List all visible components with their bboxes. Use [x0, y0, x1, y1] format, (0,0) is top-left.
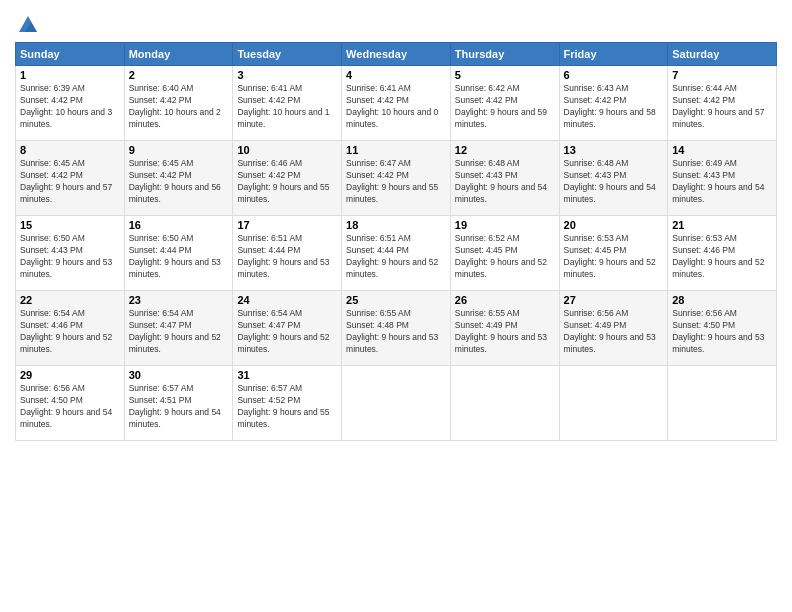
day-info: Sunrise: 6:56 AM Sunset: 4:49 PM Dayligh… [564, 308, 664, 356]
day-info: Sunrise: 6:55 AM Sunset: 4:49 PM Dayligh… [455, 308, 555, 356]
day-number: 15 [20, 219, 120, 231]
calendar-cell: 24 Sunrise: 6:54 AM Sunset: 4:47 PM Dayl… [233, 291, 342, 366]
calendar-cell: 2 Sunrise: 6:40 AM Sunset: 4:42 PM Dayli… [124, 66, 233, 141]
logo-icon [17, 14, 39, 36]
day-info: Sunrise: 6:48 AM Sunset: 4:43 PM Dayligh… [455, 158, 555, 206]
day-number: 30 [129, 369, 229, 381]
day-info: Sunrise: 6:47 AM Sunset: 4:42 PM Dayligh… [346, 158, 446, 206]
calendar-week-row: 8 Sunrise: 6:45 AM Sunset: 4:42 PM Dayli… [16, 141, 777, 216]
day-info: Sunrise: 6:56 AM Sunset: 4:50 PM Dayligh… [20, 383, 120, 431]
day-info: Sunrise: 6:54 AM Sunset: 4:47 PM Dayligh… [129, 308, 229, 356]
day-number: 3 [237, 69, 337, 81]
calendar-cell: 7 Sunrise: 6:44 AM Sunset: 4:42 PM Dayli… [668, 66, 777, 141]
header [15, 10, 777, 34]
day-number: 18 [346, 219, 446, 231]
calendar-cell: 22 Sunrise: 6:54 AM Sunset: 4:46 PM Dayl… [16, 291, 125, 366]
day-number: 16 [129, 219, 229, 231]
calendar-cell: 8 Sunrise: 6:45 AM Sunset: 4:42 PM Dayli… [16, 141, 125, 216]
calendar-cell: 15 Sunrise: 6:50 AM Sunset: 4:43 PM Dayl… [16, 216, 125, 291]
day-info: Sunrise: 6:41 AM Sunset: 4:42 PM Dayligh… [237, 83, 337, 131]
empty-cell [559, 366, 668, 441]
day-info: Sunrise: 6:45 AM Sunset: 4:42 PM Dayligh… [129, 158, 229, 206]
calendar-cell: 17 Sunrise: 6:51 AM Sunset: 4:44 PM Dayl… [233, 216, 342, 291]
calendar-week-row: 22 Sunrise: 6:54 AM Sunset: 4:46 PM Dayl… [16, 291, 777, 366]
day-number: 14 [672, 144, 772, 156]
calendar-cell: 16 Sunrise: 6:50 AM Sunset: 4:44 PM Dayl… [124, 216, 233, 291]
day-info: Sunrise: 6:53 AM Sunset: 4:46 PM Dayligh… [672, 233, 772, 281]
day-info: Sunrise: 6:39 AM Sunset: 4:42 PM Dayligh… [20, 83, 120, 131]
calendar-week-row: 15 Sunrise: 6:50 AM Sunset: 4:43 PM Dayl… [16, 216, 777, 291]
day-info: Sunrise: 6:43 AM Sunset: 4:42 PM Dayligh… [564, 83, 664, 131]
calendar-cell: 13 Sunrise: 6:48 AM Sunset: 4:43 PM Dayl… [559, 141, 668, 216]
day-number: 5 [455, 69, 555, 81]
day-number: 19 [455, 219, 555, 231]
day-info: Sunrise: 6:53 AM Sunset: 4:45 PM Dayligh… [564, 233, 664, 281]
day-info: Sunrise: 6:48 AM Sunset: 4:43 PM Dayligh… [564, 158, 664, 206]
calendar-cell: 10 Sunrise: 6:46 AM Sunset: 4:42 PM Dayl… [233, 141, 342, 216]
day-info: Sunrise: 6:50 AM Sunset: 4:44 PM Dayligh… [129, 233, 229, 281]
calendar-cell: 25 Sunrise: 6:55 AM Sunset: 4:48 PM Dayl… [342, 291, 451, 366]
weekday-header: Wednesday [342, 43, 451, 66]
day-number: 2 [129, 69, 229, 81]
weekday-header: Monday [124, 43, 233, 66]
weekday-header-row: SundayMondayTuesdayWednesdayThursdayFrid… [16, 43, 777, 66]
calendar-cell: 5 Sunrise: 6:42 AM Sunset: 4:42 PM Dayli… [450, 66, 559, 141]
calendar-week-row: 1 Sunrise: 6:39 AM Sunset: 4:42 PM Dayli… [16, 66, 777, 141]
weekday-header: Saturday [668, 43, 777, 66]
day-info: Sunrise: 6:49 AM Sunset: 4:43 PM Dayligh… [672, 158, 772, 206]
calendar-cell: 4 Sunrise: 6:41 AM Sunset: 4:42 PM Dayli… [342, 66, 451, 141]
day-number: 17 [237, 219, 337, 231]
day-number: 26 [455, 294, 555, 306]
day-info: Sunrise: 6:45 AM Sunset: 4:42 PM Dayligh… [20, 158, 120, 206]
calendar-cell: 1 Sunrise: 6:39 AM Sunset: 4:42 PM Dayli… [16, 66, 125, 141]
calendar-cell: 30 Sunrise: 6:57 AM Sunset: 4:51 PM Dayl… [124, 366, 233, 441]
day-number: 22 [20, 294, 120, 306]
day-number: 13 [564, 144, 664, 156]
empty-cell [342, 366, 451, 441]
day-number: 28 [672, 294, 772, 306]
calendar-cell: 27 Sunrise: 6:56 AM Sunset: 4:49 PM Dayl… [559, 291, 668, 366]
day-info: Sunrise: 6:51 AM Sunset: 4:44 PM Dayligh… [346, 233, 446, 281]
day-number: 9 [129, 144, 229, 156]
empty-cell [450, 366, 559, 441]
calendar-cell: 14 Sunrise: 6:49 AM Sunset: 4:43 PM Dayl… [668, 141, 777, 216]
calendar-cell: 9 Sunrise: 6:45 AM Sunset: 4:42 PM Dayli… [124, 141, 233, 216]
calendar-cell: 26 Sunrise: 6:55 AM Sunset: 4:49 PM Dayl… [450, 291, 559, 366]
day-number: 4 [346, 69, 446, 81]
day-number: 7 [672, 69, 772, 81]
day-info: Sunrise: 6:42 AM Sunset: 4:42 PM Dayligh… [455, 83, 555, 131]
calendar-cell: 19 Sunrise: 6:52 AM Sunset: 4:45 PM Dayl… [450, 216, 559, 291]
day-number: 20 [564, 219, 664, 231]
logo [15, 14, 39, 34]
page: SundayMondayTuesdayWednesdayThursdayFrid… [0, 0, 792, 612]
day-number: 27 [564, 294, 664, 306]
calendar-cell: 28 Sunrise: 6:56 AM Sunset: 4:50 PM Dayl… [668, 291, 777, 366]
day-info: Sunrise: 6:56 AM Sunset: 4:50 PM Dayligh… [672, 308, 772, 356]
weekday-header: Sunday [16, 43, 125, 66]
calendar-cell: 3 Sunrise: 6:41 AM Sunset: 4:42 PM Dayli… [233, 66, 342, 141]
calendar-cell: 21 Sunrise: 6:53 AM Sunset: 4:46 PM Dayl… [668, 216, 777, 291]
calendar-table: SundayMondayTuesdayWednesdayThursdayFrid… [15, 42, 777, 441]
calendar-cell: 31 Sunrise: 6:57 AM Sunset: 4:52 PM Dayl… [233, 366, 342, 441]
day-number: 6 [564, 69, 664, 81]
day-info: Sunrise: 6:41 AM Sunset: 4:42 PM Dayligh… [346, 83, 446, 131]
empty-cell [668, 366, 777, 441]
day-info: Sunrise: 6:55 AM Sunset: 4:48 PM Dayligh… [346, 308, 446, 356]
day-info: Sunrise: 6:52 AM Sunset: 4:45 PM Dayligh… [455, 233, 555, 281]
day-number: 24 [237, 294, 337, 306]
day-info: Sunrise: 6:54 AM Sunset: 4:47 PM Dayligh… [237, 308, 337, 356]
day-number: 29 [20, 369, 120, 381]
day-number: 8 [20, 144, 120, 156]
day-number: 25 [346, 294, 446, 306]
day-number: 31 [237, 369, 337, 381]
day-number: 12 [455, 144, 555, 156]
calendar-cell: 29 Sunrise: 6:56 AM Sunset: 4:50 PM Dayl… [16, 366, 125, 441]
day-number: 21 [672, 219, 772, 231]
calendar-cell: 11 Sunrise: 6:47 AM Sunset: 4:42 PM Dayl… [342, 141, 451, 216]
calendar-cell: 18 Sunrise: 6:51 AM Sunset: 4:44 PM Dayl… [342, 216, 451, 291]
day-info: Sunrise: 6:51 AM Sunset: 4:44 PM Dayligh… [237, 233, 337, 281]
day-number: 23 [129, 294, 229, 306]
day-info: Sunrise: 6:57 AM Sunset: 4:52 PM Dayligh… [237, 383, 337, 431]
weekday-header: Tuesday [233, 43, 342, 66]
day-info: Sunrise: 6:50 AM Sunset: 4:43 PM Dayligh… [20, 233, 120, 281]
